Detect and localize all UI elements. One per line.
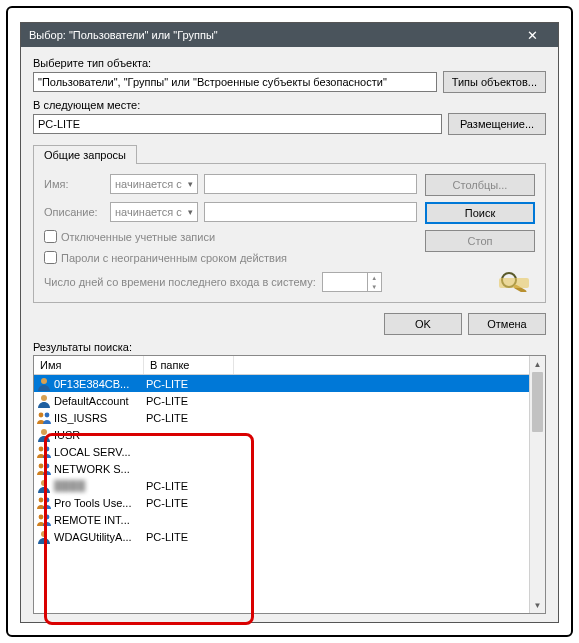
location-label: В следующем месте: xyxy=(33,99,546,111)
svg-point-8 xyxy=(39,446,44,451)
days-since-login-input[interactable]: ▲▼ xyxy=(322,272,382,292)
row-folder: PC-LITE xyxy=(146,378,226,390)
svg-point-15 xyxy=(39,514,44,519)
user-icon xyxy=(36,427,52,443)
columns-button[interactable]: Столбцы... xyxy=(425,174,535,196)
row-name: DefaultAccount xyxy=(54,395,146,407)
close-button[interactable]: ✕ xyxy=(514,28,550,43)
user-icon xyxy=(36,529,52,545)
svg-point-12 xyxy=(41,480,47,486)
row-name: LOCAL SERV... xyxy=(54,446,146,458)
scroll-down-arrow[interactable]: ▼ xyxy=(530,597,545,613)
object-type-label: Выберите тип объекта: xyxy=(33,57,546,69)
ok-button[interactable]: OK xyxy=(384,313,462,335)
svg-point-11 xyxy=(45,463,50,468)
column-folder[interactable]: В папке xyxy=(144,356,234,374)
svg-point-10 xyxy=(39,463,44,468)
scroll-up-arrow[interactable]: ▲ xyxy=(530,356,545,372)
group-icon xyxy=(36,512,52,528)
table-row[interactable]: LOCAL SERV... xyxy=(34,443,529,460)
table-row[interactable]: Pro Tools Use...PC-LITE xyxy=(34,494,529,511)
user-icon xyxy=(36,393,52,409)
svg-point-16 xyxy=(45,514,50,519)
row-folder: PC-LITE xyxy=(146,497,226,509)
row-name: Pro Tools Use... xyxy=(54,497,146,509)
group-icon xyxy=(36,461,52,477)
window-title: Выбор: "Пользователи" или "Группы" xyxy=(29,29,514,41)
row-name: 0F13E384CB... xyxy=(54,378,146,390)
svg-point-6 xyxy=(45,412,50,417)
disabled-accounts-box[interactable] xyxy=(44,230,57,243)
stop-button[interactable]: Стоп xyxy=(425,230,535,252)
svg-point-4 xyxy=(41,395,47,401)
table-row[interactable]: NETWORK S... xyxy=(34,460,529,477)
svg-point-3 xyxy=(41,378,47,384)
row-name: WDAGUtilityA... xyxy=(54,531,146,543)
table-row[interactable]: ████PC-LITE xyxy=(34,477,529,494)
object-types-button[interactable]: Типы объектов... xyxy=(443,71,546,93)
row-name: REMOTE INT... xyxy=(54,514,146,526)
disabled-accounts-checkbox[interactable]: Отключенные учетные записи xyxy=(44,230,417,243)
name-condition-select[interactable]: начинается с xyxy=(110,174,198,194)
row-folder: PC-LITE xyxy=(146,395,226,407)
description-filter-input[interactable] xyxy=(204,202,417,222)
svg-point-5 xyxy=(39,412,44,417)
table-row[interactable]: REMOTE INT... xyxy=(34,511,529,528)
svg-rect-2 xyxy=(499,278,529,288)
group-icon xyxy=(36,410,52,426)
table-row[interactable]: 0F13E384CB...PC-LITE xyxy=(34,375,529,392)
user-icon xyxy=(36,478,52,494)
row-folder: PC-LITE xyxy=(146,480,226,492)
nonexpiring-password-label: Пароли с неограниченным сроком действия xyxy=(61,252,287,264)
tab-common-queries[interactable]: Общие запросы xyxy=(33,145,137,164)
results-scrollbar[interactable]: ▲ ▼ xyxy=(529,356,545,613)
nonexpiring-password-checkbox[interactable]: Пароли с неограниченным сроком действия xyxy=(44,251,417,264)
row-name: ████ xyxy=(54,480,146,492)
group-icon xyxy=(36,444,52,460)
svg-point-9 xyxy=(45,446,50,451)
location-field[interactable]: PC-LITE xyxy=(33,114,442,134)
table-row[interactable]: WDAGUtilityA...PC-LITE xyxy=(34,528,529,545)
days-since-login-label: Число дней со времени последнего входа в… xyxy=(44,276,316,288)
results-label: Результаты поиска: xyxy=(33,341,546,353)
row-folder: PC-LITE xyxy=(146,412,226,424)
object-type-field[interactable]: "Пользователи", "Группы" или "Встроенные… xyxy=(33,72,437,92)
row-name: IIS_IUSRS xyxy=(54,412,146,424)
locations-button[interactable]: Размещение... xyxy=(448,113,546,135)
cancel-button[interactable]: Отмена xyxy=(468,313,546,335)
row-folder: PC-LITE xyxy=(146,531,226,543)
name-filter-input[interactable] xyxy=(204,174,417,194)
user-icon xyxy=(36,376,52,392)
table-row[interactable]: IIS_IUSRSPC-LITE xyxy=(34,409,529,426)
svg-point-14 xyxy=(45,497,50,502)
svg-point-17 xyxy=(41,531,47,537)
table-row[interactable]: IUSR xyxy=(34,426,529,443)
name-filter-label: Имя: xyxy=(44,178,104,190)
table-row[interactable]: DefaultAccountPC-LITE xyxy=(34,392,529,409)
spin-down[interactable]: ▼ xyxy=(368,282,381,291)
row-name: IUSR xyxy=(54,429,146,441)
svg-point-7 xyxy=(41,429,47,435)
disabled-accounts-label: Отключенные учетные записи xyxy=(61,231,215,243)
svg-point-13 xyxy=(39,497,44,502)
nonexpiring-password-box[interactable] xyxy=(44,251,57,264)
spin-up[interactable]: ▲ xyxy=(368,273,381,282)
description-filter-label: Описание: xyxy=(44,206,104,218)
column-name[interactable]: Имя xyxy=(34,356,144,374)
group-icon xyxy=(36,495,52,511)
search-button[interactable]: Поиск xyxy=(425,202,535,224)
search-decoration-icon xyxy=(495,266,535,292)
scroll-thumb[interactable] xyxy=(532,372,543,432)
results-list[interactable]: Имя В папке 0F13E384CB...PC-LITEDefaultA… xyxy=(33,355,546,614)
description-condition-select[interactable]: начинается с xyxy=(110,202,198,222)
row-name: NETWORK S... xyxy=(54,463,146,475)
